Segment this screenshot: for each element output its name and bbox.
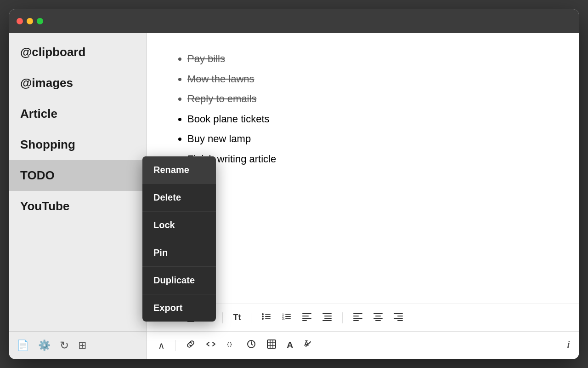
separator bbox=[222, 312, 223, 323]
maximize-button[interactable] bbox=[37, 18, 43, 24]
svg-rect-5 bbox=[265, 318, 271, 319]
sidebar-item-shopping[interactable]: Shopping bbox=[9, 129, 147, 160]
code-icon[interactable] bbox=[204, 337, 218, 353]
context-menu-rename[interactable]: Rename bbox=[142, 156, 216, 184]
align-icon[interactable] bbox=[300, 310, 314, 326]
sidebar-item-todo[interactable]: TODO bbox=[9, 160, 147, 191]
new-note-icon[interactable]: 📄 bbox=[17, 339, 29, 351]
svg-rect-34 bbox=[267, 340, 276, 348]
svg-rect-7 bbox=[285, 314, 291, 315]
traffic-lights bbox=[17, 18, 43, 24]
link-icon[interactable] bbox=[184, 337, 198, 353]
svg-rect-16 bbox=[322, 313, 332, 314]
todo-list: Pay bills Mow the lawns Reply to emails … bbox=[173, 50, 553, 168]
svg-rect-20 bbox=[353, 313, 362, 314]
center-align-icon[interactable] bbox=[371, 310, 385, 326]
svg-rect-12 bbox=[302, 313, 311, 314]
context-menu-export[interactable]: Export bbox=[142, 294, 216, 322]
context-menu-lock[interactable]: Lock bbox=[142, 212, 216, 239]
separator bbox=[175, 340, 175, 351]
clear-format-icon[interactable]: Ã bbox=[301, 337, 315, 353]
minimize-button[interactable] bbox=[27, 18, 33, 24]
sidebar: @clipboard @images Article Shopping TODO… bbox=[9, 33, 147, 359]
svg-point-0 bbox=[262, 313, 264, 315]
svg-rect-26 bbox=[373, 318, 383, 319]
titlebar bbox=[9, 9, 579, 33]
clock-icon[interactable] bbox=[244, 337, 258, 353]
context-menu-pin[interactable]: Pin bbox=[142, 239, 216, 267]
list-item: Buy new lamp bbox=[187, 130, 553, 148]
context-menu: Rename Delete Lock Pin Duplicate Export bbox=[142, 156, 216, 322]
svg-rect-31 bbox=[397, 320, 403, 321]
refresh-icon[interactable]: ↻ bbox=[60, 339, 69, 352]
close-button[interactable] bbox=[17, 18, 23, 24]
separator bbox=[251, 312, 251, 323]
editor-toolbar-2: ∧ {} bbox=[147, 331, 579, 359]
svg-rect-27 bbox=[375, 320, 381, 321]
svg-rect-3 bbox=[265, 316, 271, 317]
font-size-icon[interactable]: Tt bbox=[231, 311, 243, 324]
svg-point-2 bbox=[262, 316, 264, 317]
left-align-icon[interactable] bbox=[351, 310, 365, 326]
app-window: @clipboard @images Article Shopping TODO… bbox=[9, 9, 579, 359]
grid-icon[interactable]: ⊞ bbox=[78, 339, 86, 351]
svg-point-4 bbox=[262, 318, 264, 320]
list-item: Reply to emails bbox=[187, 90, 553, 108]
sidebar-toolbar: 📄 ⚙️ ↻ ⊞ bbox=[9, 331, 147, 359]
list-item: Pay bills bbox=[187, 50, 553, 68]
settings-icon[interactable]: ⚙️ bbox=[38, 339, 51, 351]
svg-rect-15 bbox=[302, 320, 307, 321]
table-icon[interactable] bbox=[265, 337, 278, 353]
svg-text:{}: {} bbox=[226, 341, 232, 347]
svg-text:3.: 3. bbox=[282, 317, 285, 320]
sidebar-item-article[interactable]: Article bbox=[9, 98, 147, 129]
svg-rect-28 bbox=[394, 313, 403, 314]
main-content: @clipboard @images Article Shopping TODO… bbox=[9, 33, 579, 359]
numbered-list-icon[interactable]: 1. 2. 3. bbox=[280, 310, 294, 326]
sidebar-item-clipboard[interactable]: @clipboard bbox=[9, 37, 147, 68]
svg-rect-22 bbox=[353, 318, 362, 319]
svg-rect-24 bbox=[373, 313, 383, 314]
sidebar-item-images[interactable]: @images bbox=[9, 68, 147, 98]
svg-rect-19 bbox=[322, 320, 332, 321]
svg-rect-21 bbox=[353, 316, 359, 316]
svg-rect-11 bbox=[285, 318, 291, 319]
json-icon[interactable]: {} bbox=[224, 337, 238, 353]
svg-rect-13 bbox=[302, 316, 309, 316]
sidebar-items-list: @clipboard @images Article Shopping TODO… bbox=[9, 33, 147, 331]
svg-rect-29 bbox=[397, 316, 403, 316]
font-icon[interactable]: A bbox=[285, 338, 295, 352]
svg-rect-18 bbox=[324, 318, 332, 319]
context-menu-delete[interactable]: Delete bbox=[142, 184, 216, 212]
list-item: Book plane tickets bbox=[187, 110, 553, 128]
svg-rect-14 bbox=[302, 318, 311, 319]
scroll-up-icon[interactable]: ∧ bbox=[156, 338, 167, 353]
svg-rect-9 bbox=[285, 316, 291, 317]
indent-icon[interactable] bbox=[320, 310, 334, 326]
context-menu-duplicate[interactable]: Duplicate bbox=[142, 267, 216, 294]
list-item: Finish writing article bbox=[187, 150, 553, 168]
svg-rect-23 bbox=[353, 320, 359, 321]
separator bbox=[342, 312, 343, 323]
svg-rect-17 bbox=[324, 316, 332, 316]
right-align-icon[interactable] bbox=[391, 310, 405, 326]
sidebar-item-youtube[interactable]: YouTube bbox=[9, 191, 147, 222]
svg-rect-25 bbox=[375, 316, 381, 316]
svg-rect-30 bbox=[394, 318, 403, 319]
svg-rect-1 bbox=[265, 314, 271, 315]
info-icon[interactable]: i bbox=[567, 340, 570, 351]
list-item: Mow the lawns bbox=[187, 70, 553, 88]
bullet-list-icon[interactable] bbox=[260, 310, 273, 326]
